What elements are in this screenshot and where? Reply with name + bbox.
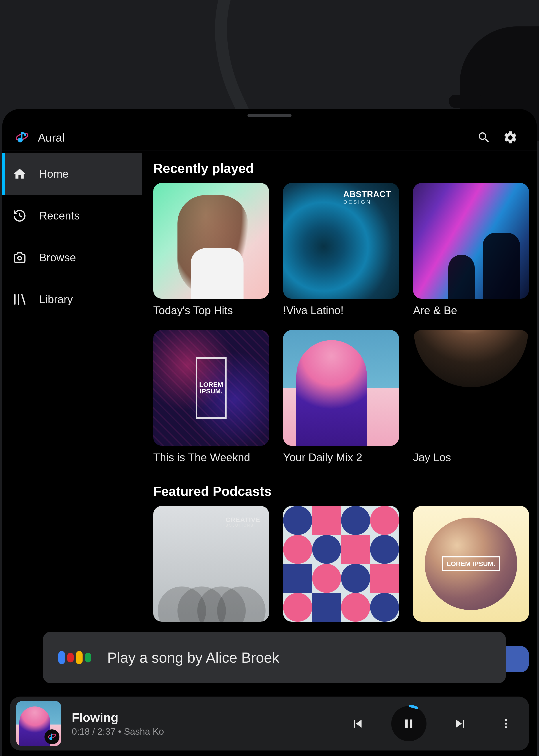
recent-row-2: LOREM IPSUM. This is The Weeknd Your Dai… (153, 330, 537, 464)
sidebar-item-label: Recents (39, 209, 79, 222)
history-icon (11, 208, 28, 224)
podcasts-row-1: CREATIVESOLUTIONS (153, 506, 537, 622)
now-playing-title: Flowing (72, 710, 164, 724)
tile-label: Are & Be (413, 303, 529, 317)
tile-label: This is The Weeknd (153, 450, 269, 464)
tile-label: Jay Los (413, 450, 529, 464)
app-brand[interactable]: Aural (15, 130, 64, 145)
svg-point-7 (49, 737, 52, 740)
now-playing-art[interactable] (16, 701, 61, 746)
tile-label: !Viva Latino! (283, 303, 399, 317)
tile-art (413, 183, 529, 299)
now-playing-text[interactable]: Flowing 0:18 / 2:37 • Sasha Ko (72, 710, 164, 737)
drag-handle[interactable] (248, 114, 291, 117)
tile-label: Today's Top Hits (153, 303, 269, 317)
now-playing-bar: Flowing 0:18 / 2:37 • Sasha Ko (10, 697, 529, 750)
tile-podcast-1[interactable]: CREATIVESOLUTIONS (153, 506, 269, 622)
gear-icon (503, 130, 518, 145)
skip-next-icon (452, 716, 468, 731)
next-track-button[interactable] (446, 709, 475, 738)
svg-line-5 (22, 295, 25, 304)
tile-art: ABSTRACTDESIGN (283, 183, 399, 299)
section-title-podcasts: Featured Podcasts (153, 484, 537, 499)
sidebar-item-home[interactable]: Home (2, 153, 142, 195)
sidebar-item-browse[interactable]: Browse (2, 237, 142, 278)
sidebar-item-label: Home (39, 168, 68, 180)
svg-point-10 (505, 726, 507, 728)
svg-point-1 (18, 138, 23, 142)
section-title-recent: Recently played (153, 161, 537, 176)
svg-point-9 (505, 722, 507, 724)
background-mirror (449, 95, 484, 108)
sidebar-item-label: Library (39, 293, 73, 306)
svg-point-2 (18, 257, 21, 260)
app-logo-icon (15, 130, 29, 145)
search-icon (477, 130, 491, 145)
tile-art: LOREM IPSUM. (413, 506, 529, 622)
tile-badge-main: ABSTRACT (343, 189, 391, 199)
sidebar-item-library[interactable]: Library (2, 278, 142, 320)
kebab-icon (500, 718, 512, 730)
tile-podcast-3[interactable]: LOREM IPSUM. (413, 506, 529, 622)
assistant-icon (58, 651, 91, 664)
tile-art: LOREM IPSUM. (153, 330, 269, 446)
tile-tag-text: LOREM IPSUM. (442, 556, 500, 571)
tile-badge-sub: SOLUTIONS (226, 523, 260, 527)
voice-query-text: Play a song by Alice Broek (107, 649, 279, 666)
previous-track-button[interactable] (343, 709, 372, 738)
tile-art: CREATIVESOLUTIONS (153, 506, 269, 622)
settings-button[interactable] (497, 124, 524, 151)
tile-today-top-hits[interactable]: Today's Top Hits (153, 183, 269, 317)
tile-badge-sub: DESIGN (343, 199, 391, 205)
play-pause-button[interactable] (391, 706, 426, 741)
recent-row-1: Today's Top Hits ABSTRACTDESIGN !Viva La… (153, 183, 537, 317)
camera-icon (11, 250, 28, 266)
sidebar-item-label: Browse (39, 251, 76, 264)
voice-assistant-chip[interactable]: Play a song by Alice Broek (43, 632, 506, 683)
tile-art (283, 506, 399, 622)
skip-previous-icon (349, 716, 365, 731)
now-playing-app-badge (44, 729, 59, 744)
tile-are-and-be[interactable]: Are & Be (413, 183, 529, 317)
tile-art (413, 330, 529, 446)
search-button[interactable] (471, 124, 497, 151)
tile-daily-mix-2[interactable]: Your Daily Mix 2 (283, 330, 399, 464)
now-playing-subtitle: 0:18 / 2:37 • Sasha Ko (72, 726, 164, 737)
overflow-menu-button[interactable] (492, 709, 520, 738)
tile-label: Your Daily Mix 2 (283, 450, 399, 464)
sidebar-item-recents[interactable]: Recents (2, 195, 142, 237)
pause-icon (402, 717, 416, 731)
top-bar: Aural (2, 124, 537, 151)
tile-viva-latino[interactable]: ABSTRACTDESIGN !Viva Latino! (283, 183, 399, 317)
tile-badge-main: CREATIVE (226, 516, 260, 523)
tile-this-is-weeknd[interactable]: LOREM IPSUM. This is The Weeknd (153, 330, 269, 464)
tile-podcast-2[interactable] (283, 506, 399, 622)
app-window: Aural Home (2, 109, 537, 756)
svg-point-8 (505, 719, 507, 721)
tile-art (283, 330, 399, 446)
background-arch (177, 0, 326, 122)
tile-art (153, 183, 269, 299)
app-title: Aural (38, 131, 64, 144)
home-icon (11, 166, 28, 182)
sidebar-active-indicator (2, 153, 5, 195)
tile-jay-los[interactable]: Jay Los (413, 330, 529, 464)
tile-frame-text: LOREM IPSUM. (196, 357, 227, 419)
library-icon (11, 291, 28, 308)
